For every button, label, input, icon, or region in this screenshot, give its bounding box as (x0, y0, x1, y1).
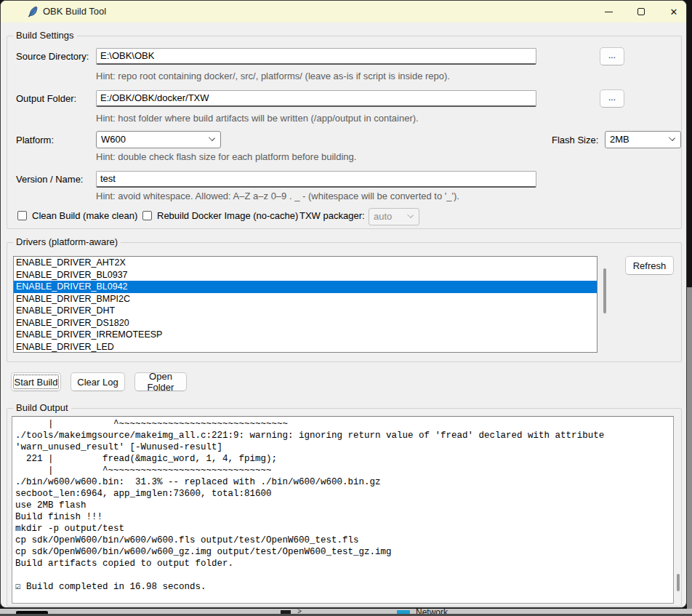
refresh-button[interactable]: Refresh (625, 256, 674, 275)
build-settings-title: Build Settings (13, 30, 77, 41)
minimize-button[interactable] (597, 1, 620, 23)
chevron-down-icon (669, 135, 675, 140)
list-item[interactable]: ENABLE_DRIVER_BL0937 (14, 269, 597, 281)
txw-packager-select: auto (369, 208, 419, 225)
chevron-down-icon (209, 135, 215, 140)
output-folder-label: Output Folder: (16, 93, 76, 104)
list-item-selected[interactable]: ENABLE_DRIVER_BL0942 (14, 281, 597, 293)
app-window: OBK Build Tool ✕ Build Settings Source D… (0, 0, 687, 608)
output-folder-hint: Hint: host folder where build artifacts … (96, 113, 419, 124)
platform-select[interactable]: W600 (96, 131, 221, 148)
output-folder-input[interactable]: E:/OBK/OBK/docker/TXW (96, 90, 536, 107)
window-title: OBK Build Tool (43, 6, 106, 17)
drivers-title: Drivers (platform-aware) (13, 236, 121, 247)
list-item[interactable]: ENABLE_DRIVER_IRREMOTEESP (14, 329, 597, 341)
source-directory-input[interactable]: E:\OBK\OBK (96, 48, 536, 65)
list-item[interactable]: ENABLE_DRIVER_AHT2X (14, 257, 597, 269)
tk-feather-icon (27, 6, 39, 17)
source-directory-label: Source Directory: (16, 51, 89, 62)
close-icon: ✕ (670, 7, 678, 17)
drivers-group: Drivers (platform-aware) ENABLE_DRIVER_A… (7, 242, 682, 362)
list-item[interactable]: ENABLE_DRIVER_DHT (14, 305, 597, 317)
version-name-input[interactable]: test (96, 171, 536, 188)
rebuild-docker-label: Rebuild Docker Image (no-cache) (157, 210, 298, 221)
platform-label: Platform: (16, 135, 54, 145)
platform-hint: Hint: double check flash size for each p… (96, 151, 356, 162)
maximize-button[interactable] (629, 1, 653, 23)
maximize-icon (637, 8, 645, 15)
background-taskbar-strip: > Network (0, 609, 692, 616)
build-log-textarea[interactable]: | ^~~~~~~~~~~~~~~~~~~~~~~~~~~~~~~~ ./too… (12, 416, 674, 604)
rebuild-docker-checkbox[interactable] (142, 211, 152, 220)
flash-size-label: Flash Size: (552, 135, 598, 145)
flash-size-select[interactable]: 2MB (605, 131, 681, 148)
clean-build-label: Clean Build (make clean) (32, 210, 137, 221)
start-build-button[interactable]: Start Build (11, 372, 61, 391)
title-bar: OBK Build Tool ✕ (1, 1, 686, 23)
background-window-edge (687, 287, 692, 616)
source-directory-hint: Hint: repo root containing docker/, src/… (96, 71, 450, 81)
build-settings-group: Build Settings Source Directory: E:\OBK\… (7, 36, 682, 229)
drivers-scrollbar[interactable] (603, 268, 606, 313)
flash-size-value: 2MB (610, 134, 629, 145)
clear-log-button[interactable]: Clear Log (71, 372, 125, 391)
txw-packager-value: auto (374, 211, 392, 222)
list-item[interactable]: ENABLE_DRIVER_DS1820 (14, 317, 597, 329)
clean-build-checkbox[interactable] (17, 211, 27, 220)
build-log-text: | ^~~~~~~~~~~~~~~~~~~~~~~~~~~~~~~~ ./too… (12, 417, 673, 593)
version-name-hint: Hint: avoid whitespace. Allowed: A–Z a–z… (96, 191, 459, 201)
source-directory-browse-button[interactable]: ... (600, 47, 624, 65)
platform-value: W600 (101, 134, 126, 145)
version-name-label: Version / Name: (16, 174, 84, 185)
list-item[interactable]: ENABLE_DRIVER_BMPI2C (14, 293, 597, 305)
drivers-listbox[interactable]: ENABLE_DRIVER_AHT2X ENABLE_DRIVER_BL0937… (13, 256, 598, 353)
build-output-title: Build Output (13, 402, 71, 413)
build-log-scrollbar[interactable] (677, 574, 680, 591)
minimize-icon (605, 12, 613, 12)
open-folder-button[interactable]: Open Folder (134, 372, 187, 391)
txw-packager-label: TXW packager: (299, 210, 365, 221)
build-output-group: Build Output | ^~~~~~~~~~~~~~~~~~~~~~~~~… (7, 408, 682, 607)
close-button[interactable]: ✕ (662, 1, 685, 23)
list-item[interactable]: ENABLE_DRIVER_LED (14, 341, 597, 353)
chevron-down-icon (408, 212, 414, 217)
output-folder-browse-button[interactable]: ... (600, 89, 624, 108)
